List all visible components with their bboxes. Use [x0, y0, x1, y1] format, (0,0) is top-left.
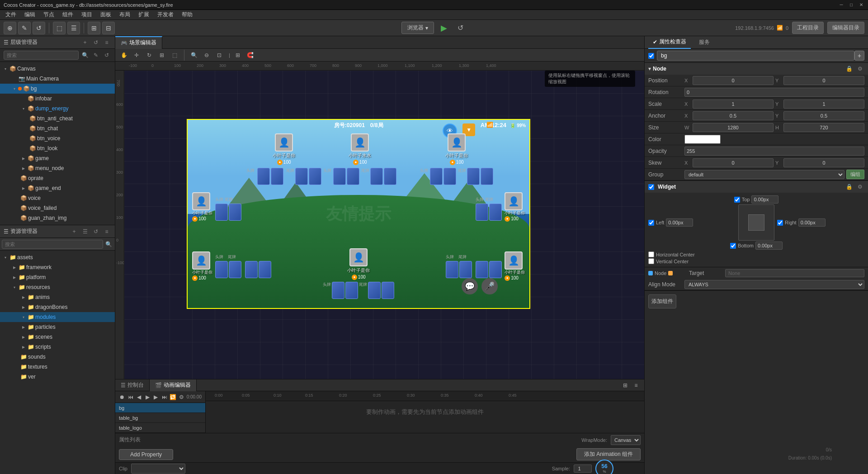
tree-item-scripts[interactable]: ▶ 📁 scripts	[0, 342, 115, 352]
menu-extension[interactable]: 扩展	[135, 10, 153, 19]
minimize-btn[interactable]: ─	[838, 2, 844, 8]
assets-refresh-btn[interactable]: ↺	[91, 227, 100, 236]
tree-item-game-end[interactable]: ▶ 📦 game_end	[0, 183, 115, 193]
position-x-input[interactable]	[693, 76, 774, 85]
tree-item-btn-anti-cheat[interactable]: 📦 btn_anti_cheat	[0, 114, 115, 123]
anim-prev[interactable]: ⏮	[127, 393, 134, 402]
tree-item-modules[interactable]: ▾ 📁 modules	[0, 312, 115, 322]
project-dir-btn[interactable]: 工程目录	[792, 22, 824, 34]
anchor-x-input[interactable]	[693, 111, 774, 120]
anim-step-fwd[interactable]: ▶	[153, 393, 160, 402]
refresh-button[interactable]: ↺	[454, 22, 467, 34]
widget-lock-btn[interactable]: 🔒	[844, 182, 854, 191]
assets-search-icon[interactable]: 🔍	[104, 240, 113, 249]
node-settings-btn[interactable]: ⚙	[855, 64, 864, 73]
color-swatch[interactable]	[684, 135, 721, 144]
hierarchy-search-input[interactable]	[4, 51, 79, 60]
scale-y-input[interactable]	[783, 100, 864, 109]
node-add-btn[interactable]: +	[854, 51, 864, 61]
tree-item-guan-zhan-img[interactable]: 📦 guan_zhan_img	[0, 213, 115, 223]
add-anim-component-btn[interactable]: 添加 Animation 组件	[576, 448, 641, 460]
scene-viewport[interactable]: -100 0 100 200 300 400 500 600 700 800 9…	[115, 62, 644, 379]
tree-item-scenes[interactable]: ▶ 📁 scenes	[0, 332, 115, 342]
tree-item-oprate[interactable]: 📦 oprate	[0, 173, 115, 183]
search-icon[interactable]: 🔍	[80, 51, 90, 60]
node-section-header[interactable]: ▾ Node 🔒 ⚙	[645, 63, 868, 75]
node-name-input[interactable]	[657, 51, 854, 61]
assets-menu-btn[interactable]: ≡	[102, 227, 111, 236]
props-inspector-tab[interactable]: ✔ 属性检查器	[648, 36, 691, 49]
close-btn[interactable]: ✕	[858, 2, 864, 8]
menu-file[interactable]: 文件	[2, 10, 20, 19]
widget-right-input[interactable]	[798, 218, 826, 227]
tree-item-voice[interactable]: 📦 voice	[0, 193, 115, 203]
tool-btn-3[interactable]: ↺	[33, 22, 45, 34]
tree-item-textures[interactable]: 📁 textures	[0, 362, 115, 372]
tool-btn-5[interactable]: ☰	[67, 22, 80, 34]
play-button[interactable]: ▶	[438, 22, 450, 34]
scene-tool-snap[interactable]: 🧲	[245, 50, 255, 60]
hierarchy-menu-btn[interactable]: ≡	[102, 38, 111, 47]
tool-btn-4[interactable]: ⬚	[53, 22, 66, 34]
tree-item-btn-chat[interactable]: 📦 btn_chat	[0, 123, 115, 133]
animation-editor-tab[interactable]: 🎬 动画编辑器	[150, 379, 197, 391]
hierarchy-collapse-btn[interactable]: ↺	[102, 51, 111, 60]
tree-item-ver[interactable]: 📁 ver	[0, 372, 115, 382]
tree-item-maincamera[interactable]: 📷 Main Camera	[0, 74, 115, 84]
tree-item-bg[interactable]: ▾ 📦 bg	[0, 84, 115, 94]
menu-panel[interactable]: 面板	[97, 10, 115, 19]
scene-tool-rotate[interactable]: ↻	[144, 50, 154, 60]
group-select[interactable]: default	[684, 170, 844, 179]
rotation-input[interactable]	[684, 88, 864, 97]
widget-top-input[interactable]	[751, 195, 778, 204]
maximize-btn[interactable]: □	[848, 2, 854, 8]
tree-item-btn-voice[interactable]: 📦 btn_voice	[0, 133, 115, 143]
widget-section-header[interactable]: Widget 🔒 ⚙	[645, 181, 868, 193]
scene-tool-grid[interactable]: ⊞	[233, 50, 243, 60]
sample-input[interactable]	[574, 465, 592, 473]
tree-item-game[interactable]: ▶ 📦 game	[0, 153, 115, 163]
tree-item-anims[interactable]: ▶ 📁 anims	[0, 292, 115, 302]
anim-loop[interactable]: 🔁	[170, 393, 176, 402]
skew-y-input[interactable]	[783, 158, 864, 167]
timeline-item-bg[interactable]: bg	[115, 403, 205, 413]
size-h-input[interactable]	[783, 123, 864, 132]
tool-btn-7[interactable]: ⊟	[102, 22, 115, 34]
tree-item-assets[interactable]: ▾ 📁 assets	[0, 252, 115, 262]
tree-item-dragonbones[interactable]: ▶ 📁 dragonBones	[0, 302, 115, 312]
editor-dir-btn[interactable]: 编辑器目录	[827, 22, 864, 34]
hierarchy-refresh-btn[interactable]: ↺	[91, 38, 100, 47]
widget-left-input[interactable]	[666, 218, 693, 227]
menu-developer[interactable]: 开发者	[154, 10, 177, 19]
timeline-item-table-logo[interactable]: table_logo	[115, 423, 205, 433]
timeline-item-table-bg[interactable]: table_bg	[115, 413, 205, 423]
anim-settings[interactable]: ⚙	[178, 393, 185, 402]
menu-node[interactable]: 节点	[40, 10, 58, 19]
clip-select[interactable]	[131, 464, 185, 474]
align-mode-select[interactable]: ALWAYS	[684, 280, 864, 289]
h-center-checkbox[interactable]	[648, 251, 654, 257]
hierarchy-filter-btn[interactable]: ✎	[91, 51, 100, 60]
hierarchy-add-btn[interactable]: +	[80, 38, 90, 47]
anim-tab-menu[interactable]: ≡	[632, 381, 641, 390]
v-center-label[interactable]: Vertical Center	[648, 258, 864, 264]
tool-btn-1[interactable]: ⊕	[4, 22, 16, 34]
size-w-input[interactable]	[693, 123, 774, 132]
tree-item-menu-node[interactable]: ▶ 📦 menu_node	[0, 163, 115, 173]
control-tab[interactable]: ☰ 控制台	[115, 379, 150, 391]
menu-help[interactable]: 帮助	[178, 10, 196, 19]
menu-edit[interactable]: 编辑	[21, 10, 39, 19]
widget-active-checkbox[interactable]	[648, 184, 654, 190]
anim-play[interactable]: ▶	[144, 393, 151, 402]
scene-tool-scale[interactable]: ⊞	[157, 50, 167, 60]
v-center-checkbox[interactable]	[648, 258, 654, 264]
tree-item-voice-failed[interactable]: 📦 voice_failed	[0, 203, 115, 213]
anim-record[interactable]: ⏺	[119, 393, 126, 402]
tree-item-btn-look[interactable]: 📦 btn_look	[0, 143, 115, 153]
tree-item-resources[interactable]: ▾ 📁 resources	[0, 282, 115, 292]
tree-item-infobar[interactable]: 📦 infobar	[0, 94, 115, 104]
wrap-mode-select[interactable]: Canvas	[611, 435, 641, 445]
tool-btn-2[interactable]: ✎	[18, 22, 31, 34]
assets-search-input[interactable]	[2, 240, 103, 249]
node-active-checkbox[interactable]	[648, 53, 654, 59]
